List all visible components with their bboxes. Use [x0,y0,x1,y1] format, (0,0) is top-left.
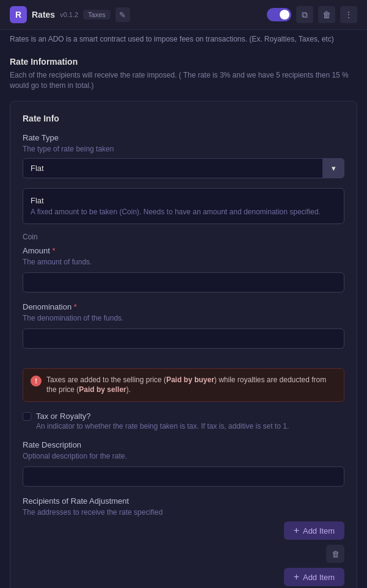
delete-button[interactable]: 🗑 [318,6,335,23]
rate-type-field: Rate Type The type of rate being taken F… [23,133,344,178]
more-button[interactable]: ⋮ [340,6,357,23]
denomination-required: * [74,302,77,311]
toggle-knob [280,10,289,20]
flat-option-desc: A fixed amount to be taken (Coin). Needs… [31,208,336,216]
header-edit-button[interactable]: ✎ [115,7,130,22]
rate-description-label: Rate Description [23,440,344,449]
rate-type-label: Rate Type [23,133,344,142]
plus-icon: + [294,572,299,582]
more-icon: ⋮ [344,10,353,20]
rate-type-select[interactable]: Flat Percent [23,158,344,178]
header-title: Rates [32,10,55,20]
amount-field: Amount * The amount of funds. [23,246,344,292]
tax-royalty-row: Tax or Royalty? An indicator to whether … [23,412,344,430]
recipient-delete-button[interactable]: 🗑 [326,545,344,563]
amount-sublabel: The amount of funds. [23,258,344,266]
trash-icon: 🗑 [322,10,331,20]
add-item-button-top[interactable]: + Add Item [284,521,344,540]
tax-alert: ! Taxes are added to the selling price (… [23,368,344,402]
recipients-title: Recipients of Rate Adjustment [23,496,344,506]
denomination-label: Denomination * [23,302,344,311]
main-content: Rate Information Each of the recipients … [0,49,367,588]
tax-royalty-sublabel: An indicator to whether the rate being t… [36,422,289,430]
plus-icon: + [294,526,299,535]
denomination-input[interactable] [23,328,344,349]
recipients-add-top-row: + Add Item [23,521,344,540]
card-title: Rate Info [23,114,344,123]
rate-information-desc: Each of the recipients will receive the … [10,70,357,91]
copy-icon: ⧉ [302,10,308,20]
recipients-sublabel: The addresses to receive the rate specif… [23,508,344,517]
header-actions: ⧉ 🗑 ⋮ [267,6,357,23]
recipients-section: Recipients of Rate Adjustment The addres… [23,496,344,586]
tax-royalty-label: Tax or Royalty? [36,412,289,421]
amount-label: Amount * [23,246,344,255]
rate-type-select-wrapper: Flat Percent ▾ [23,158,344,178]
alert-text: Taxes are added to the selling price (Pa… [46,375,336,396]
flat-option-box: Flat A fixed amount to be taken (Coin). … [23,188,344,224]
app-logo: R [10,6,27,23]
rate-type-sublabel: The type of rate being taken [23,145,344,153]
rate-description-field: Rate Description Optional description fo… [23,440,344,487]
copy-button[interactable]: ⧉ [296,6,313,23]
header-tag: Taxes [83,10,111,20]
denomination-field: Denomination * The denomination of the f… [23,302,344,349]
recipients-header: Recipients of Rate Adjustment The addres… [23,496,344,517]
header-description: Rates is an ADO is a smart contract used… [0,30,367,49]
amount-required: * [52,246,55,255]
header-version: v0.1.2 [60,11,78,18]
edit-icon: ✎ [119,10,126,20]
add-item-button-bottom[interactable]: + Add Item [284,568,344,586]
trash-icon: 🗑 [332,550,340,559]
app-header: R Rates v0.1.2 Taxes ✎ ⧉ 🗑 ⋮ [0,0,367,30]
rate-description-input[interactable] [23,466,344,487]
tax-royalty-content: Tax or Royalty? An indicator to whether … [36,412,289,430]
toggle-switch[interactable] [267,8,291,21]
rate-info-card: Rate Info Rate Type The type of rate bei… [10,101,357,588]
denomination-sublabel: The denomination of the funds. [23,314,344,322]
coin-label: Coin [23,233,344,241]
flat-option-title: Flat [31,196,336,205]
rate-information-section: Rate Information Each of the recipients … [10,57,357,91]
tax-royalty-checkbox[interactable] [23,412,31,421]
amount-input[interactable] [23,272,344,292]
rate-description-sublabel: Optional description for the rate. [23,452,344,460]
info-icon: ! [31,376,42,387]
recipients-add-bottom-row: + Add Item [23,568,344,586]
rate-information-title: Rate Information [10,57,357,67]
